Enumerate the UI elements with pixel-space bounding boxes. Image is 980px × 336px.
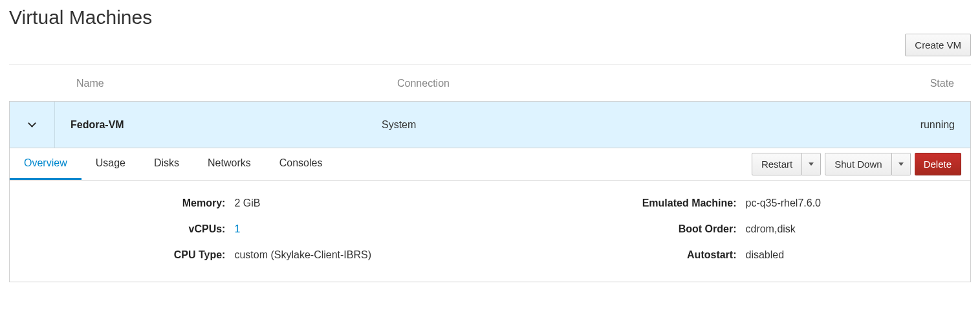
caret-down-icon (809, 162, 814, 166)
tab-disks[interactable]: Disks (140, 148, 193, 180)
header-actions: Create VM (9, 34, 971, 65)
page-title: Virtual Machines (9, 6, 971, 28)
tab-usage[interactable]: Usage (82, 148, 140, 180)
tab-consoles[interactable]: Consoles (265, 148, 337, 180)
shutdown-dropdown[interactable] (892, 153, 911, 175)
caret-down-icon (898, 162, 904, 166)
restart-button[interactable]: Restart (752, 153, 802, 175)
label-emulated-machine: Emulated Machine: (490, 197, 737, 209)
tabs-row: Overview Usage Disks Networks Consoles R… (10, 148, 970, 181)
shutdown-button[interactable]: Shut Down (825, 153, 891, 175)
details-right: Emulated Machine: pc-q35-rhel7.6.0 Boot … (490, 197, 958, 261)
vm-connection: System (382, 119, 877, 131)
col-header-connection: Connection (397, 78, 877, 89)
label-cpu-type: CPU Type: (23, 249, 225, 261)
label-boot-order: Boot Order: (490, 223, 737, 235)
tabs: Overview Usage Disks Networks Consoles (10, 148, 748, 180)
value-cpu-type: custom (Skylake-Client-IBRS) (234, 249, 490, 261)
tab-overview[interactable]: Overview (10, 148, 82, 180)
label-memory: Memory: (23, 197, 225, 209)
details-left: Memory: 2 GiB vCPUs: 1 CPU Type: custom … (23, 197, 490, 261)
vm-name: Fedora-VM (55, 119, 382, 131)
delete-group: Delete (915, 153, 961, 175)
col-header-state: State (877, 78, 954, 89)
restart-group: Restart (752, 153, 821, 175)
delete-button[interactable]: Delete (915, 153, 961, 175)
value-memory: 2 GiB (234, 197, 490, 209)
value-vcpus[interactable]: 1 (234, 223, 490, 235)
vm-row: Fedora-VM System running (10, 102, 970, 148)
label-vcpus: vCPUs: (23, 223, 225, 235)
col-toggle-spacer (26, 78, 76, 89)
expand-toggle[interactable] (10, 102, 55, 148)
tab-networks[interactable]: Networks (193, 148, 265, 180)
vm-state: running (877, 119, 955, 131)
create-vm-button[interactable]: Create VM (905, 34, 971, 56)
label-autostart: Autostart: (490, 249, 737, 261)
vm-panel: Fedora-VM System running Overview Usage … (9, 101, 971, 282)
restart-dropdown[interactable] (802, 153, 821, 175)
value-autostart: disabled (745, 249, 957, 261)
value-emulated-machine: pc-q35-rhel7.6.0 (745, 197, 957, 209)
col-header-name: Name (76, 78, 397, 89)
vm-actions: Restart Shut Down Delete (748, 153, 961, 175)
value-boot-order: cdrom,disk (745, 223, 957, 235)
table-header: Name Connection State (9, 65, 971, 101)
chevron-down-icon (28, 119, 36, 128)
overview-details: Memory: 2 GiB vCPUs: 1 CPU Type: custom … (10, 181, 970, 282)
shutdown-group: Shut Down (825, 153, 910, 175)
